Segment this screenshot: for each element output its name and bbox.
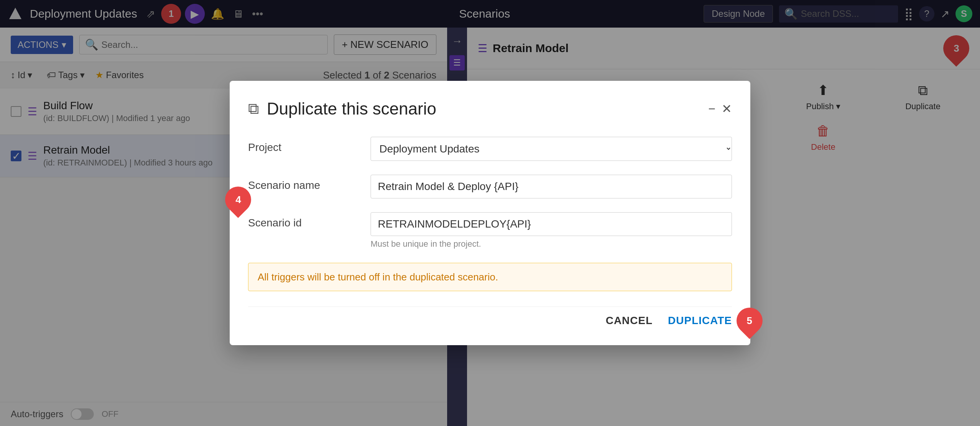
- dialog-header: ⧉ Duplicate this scenario − ✕: [248, 99, 732, 118]
- project-label: Project: [248, 137, 355, 154]
- duplicate-dialog: ⧉ Duplicate this scenario − ✕ Project De…: [230, 81, 750, 345]
- warning-text: All triggers will be turned off in the d…: [258, 271, 498, 283]
- scenario-id-input[interactable]: [371, 212, 732, 236]
- scenario-id-input-wrapper: Must be unique in the project.: [371, 212, 732, 249]
- scenario-id-field: Scenario id Must be unique in the projec…: [248, 212, 732, 249]
- scenario-name-input[interactable]: [371, 175, 732, 198]
- warning-box: All triggers will be turned off in the d…: [248, 263, 732, 291]
- cancel-button[interactable]: CANCEL: [606, 315, 653, 327]
- dialog-title: Duplicate this scenario: [267, 99, 701, 118]
- dialog-close-buttons: − ✕: [708, 102, 732, 116]
- dialog-minimize-button[interactable]: −: [708, 102, 715, 116]
- dialog-footer: CANCEL DUPLICATE 5: [248, 306, 732, 327]
- scenario-name-input-wrapper: [371, 175, 732, 198]
- dialog-close-button[interactable]: ✕: [722, 102, 732, 116]
- step-badge-5[interactable]: 5: [731, 302, 768, 339]
- modal-overlay[interactable]: ⧉ Duplicate this scenario − ✕ Project De…: [0, 0, 980, 426]
- duplicate-button[interactable]: DUPLICATE 5: [668, 315, 732, 327]
- scenario-name-label: Scenario name: [248, 175, 355, 192]
- project-field: Project Deployment Updates: [248, 137, 732, 161]
- project-input-wrapper: Deployment Updates: [371, 137, 732, 161]
- scenario-id-hint: Must be unique in the project.: [371, 239, 732, 249]
- dialog-duplicate-icon: ⧉: [248, 100, 259, 118]
- scenario-name-field: Scenario name 4: [248, 175, 732, 198]
- project-select[interactable]: Deployment Updates: [371, 137, 732, 161]
- scenario-id-label: Scenario id: [248, 212, 355, 229]
